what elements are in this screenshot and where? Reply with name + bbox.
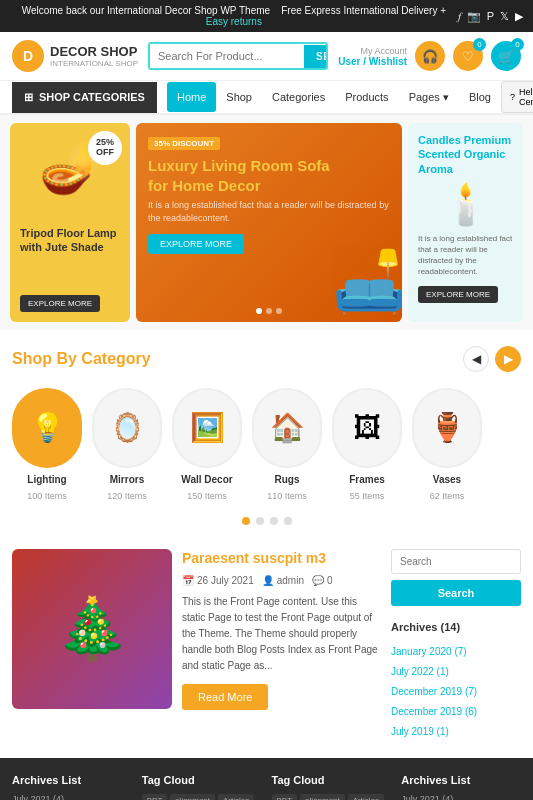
dot-2[interactable] (266, 308, 272, 314)
cat-circle: 🏠 (252, 388, 322, 468)
archive-item[interactable]: July 2019 (1) (391, 722, 521, 742)
archive-item[interactable]: December 2019 (7) (391, 682, 521, 702)
archive-list-item[interactable]: July 2021 (4) (12, 794, 132, 800)
category-item-wall-decor[interactable]: 🖼️ Wall Decor 150 Items (172, 388, 242, 501)
pinterest-icon[interactable]: P (487, 10, 494, 22)
logo[interactable]: D DECOR SHOP INTERNATIONAL SHOP (12, 40, 138, 72)
prev-arrow[interactable]: ◀ (463, 346, 489, 372)
blog-image: 🎄 (12, 549, 172, 709)
archive-item[interactable]: January 2020 (7) (391, 642, 521, 662)
logo-icon: D (12, 40, 44, 72)
topbar-delivery: Free Express International Delivery + (281, 5, 446, 16)
hero-left-panel: 25% OFF 🪔 Tripod Floor Lamp with Jute Sh… (10, 123, 130, 322)
tag-item[interactable]: alignment (170, 794, 215, 800)
cat-dot-3[interactable] (270, 517, 278, 525)
cat-count: 150 Items (187, 491, 227, 501)
header-right: My Account User / Wishlist 🎧 ♡ 0 🛒 0 (338, 41, 521, 71)
help-center-button[interactable]: ? Help Center (501, 81, 533, 113)
cat-count: 55 Items (350, 491, 385, 501)
nav-links: Home Shop Categories Products Pages ▾ Bl… (167, 82, 501, 113)
cat-name: Frames (349, 474, 385, 485)
nav-bar: ⊞ SHOP CATEGORIES Home Shop Categories P… (0, 81, 533, 115)
category-dots (0, 517, 533, 533)
header: D DECOR SHOP INTERNATIONAL SHOP SEARCH M… (0, 32, 533, 81)
topbar-returns-link[interactable]: Easy returns (206, 16, 262, 27)
twitter-icon[interactable]: 𝕏 (500, 10, 509, 23)
category-item-rugs[interactable]: 🏠 Rugs 110 Items (252, 388, 322, 501)
blog-sidebar: Search Archives (14) January 2020 (7) Ju… (391, 549, 521, 742)
cat-dot-2[interactable] (256, 517, 264, 525)
cat-circle: 💡 (12, 388, 82, 468)
archive-title: Archives (14) (391, 616, 521, 638)
category-item-mirrors[interactable]: 🪞 Mirrors 120 Items (92, 388, 162, 501)
cat-dot-1[interactable] (242, 517, 250, 525)
tag-item[interactable]: Articles (348, 794, 384, 800)
hero-left-explore[interactable]: EXPLORE MORE (20, 295, 100, 312)
archive-item[interactable]: December 2019 (6) (391, 702, 521, 722)
hero-center-explore[interactable]: EXPLORE MORE (148, 234, 244, 254)
cat-count: 120 Items (107, 491, 147, 501)
cat-circle: 🖼️ (172, 388, 242, 468)
nav-blog[interactable]: Blog (459, 82, 501, 112)
cat-dot-4[interactable] (284, 517, 292, 525)
footer-grid: Archives ListJuly 2021 (4)December 2020 … (12, 774, 521, 800)
footer-col-3: Archives ListJuly 2021 (4)December 2020 … (401, 774, 521, 800)
read-more-button[interactable]: Read More (182, 684, 268, 710)
search-input[interactable] (150, 44, 304, 68)
footer-col-title: Tag Cloud (272, 774, 392, 786)
sofa-icon: 🛋️ (332, 246, 402, 317)
cat-circle: 🏺 (412, 388, 482, 468)
facebook-icon[interactable]: 𝑓 (458, 10, 461, 23)
footer-col-title: Tag Cloud (142, 774, 262, 786)
tag-item[interactable]: Articles (218, 794, 254, 800)
archive-item[interactable]: July 2022 (1) (391, 662, 521, 682)
nav-products[interactable]: Products (335, 82, 398, 112)
cat-name: Lighting (27, 474, 66, 485)
hero-right-explore[interactable]: EXPLORE MORE (418, 286, 498, 303)
nav-home[interactable]: Home (167, 82, 216, 112)
nav-pages[interactable]: Pages ▾ (399, 82, 459, 113)
dot-1[interactable] (256, 308, 262, 314)
cat-name: Vases (433, 474, 461, 485)
search-button[interactable]: SEARCH (304, 45, 328, 68)
cart-badge: 0 (511, 38, 524, 51)
wishlist-icon[interactable]: ♡ 0 (453, 41, 483, 71)
dot-3[interactable] (276, 308, 282, 314)
next-arrow[interactable]: ▶ (495, 346, 521, 372)
blog-post: 🎄 Paraesent suscpit m3 📅 26 July 2021 👤 … (12, 549, 379, 742)
search-bar: SEARCH (148, 42, 328, 70)
hero-center-desc: It is a long established fact that a rea… (148, 199, 390, 224)
my-account[interactable]: My Account User / Wishlist (338, 46, 407, 67)
sidebar-search-input[interactable] (391, 549, 521, 574)
instagram-icon[interactable]: 📷 (467, 10, 481, 23)
headphone-icon[interactable]: 🎧 (415, 41, 445, 71)
cat-name: Rugs (275, 474, 300, 485)
sidebar-search-button[interactable]: Search (391, 580, 521, 606)
archive-list-item[interactable]: July 2021 (4) (401, 794, 521, 800)
youtube-icon[interactable]: ▶ (515, 10, 523, 23)
nav-shop[interactable]: Shop (216, 82, 262, 112)
footer: Archives ListJuly 2021 (4)December 2020 … (0, 758, 533, 800)
category-item-vases[interactable]: 🏺 Vases 62 Items (412, 388, 482, 501)
categories-title: Shop By Category (12, 350, 151, 368)
category-item-frames[interactable]: 🖼 Frames 55 Items (332, 388, 402, 501)
grid-icon: ⊞ (24, 91, 33, 104)
wishlist-badge: 0 (473, 38, 486, 51)
cart-icon[interactable]: 🛒 0 (491, 41, 521, 71)
shop-categories-button[interactable]: ⊞ SHOP CATEGORIES (12, 82, 157, 113)
author-icon: 👤 admin (262, 575, 304, 586)
tag-item[interactable]: BBT (142, 794, 168, 800)
footer-col-2: Tag CloudBBTalignmentArticlesasidecaptio… (272, 774, 392, 800)
blog-text: This is the Front Page content. Use this… (182, 594, 379, 674)
topbar-social-icons: 𝑓 📷 P 𝕏 ▶ (458, 10, 523, 23)
candle-icon: 🕯️ (418, 181, 513, 228)
topbar-left: Welcome back our International Decor Sho… (10, 5, 458, 27)
hero-left-title: Tripod Floor Lamp with Jute Shade (20, 226, 120, 255)
cat-circle: 🪞 (92, 388, 162, 468)
blog-section: 🎄 Paraesent suscpit m3 📅 26 July 2021 👤 … (0, 533, 533, 758)
nav-categories[interactable]: Categories (262, 82, 335, 112)
tag-item[interactable]: BBT (272, 794, 298, 800)
category-item-lighting[interactable]: 💡 Lighting 100 Items (12, 388, 82, 501)
tag-item[interactable]: alignment (300, 794, 345, 800)
sidebar-search: Search (391, 549, 521, 606)
